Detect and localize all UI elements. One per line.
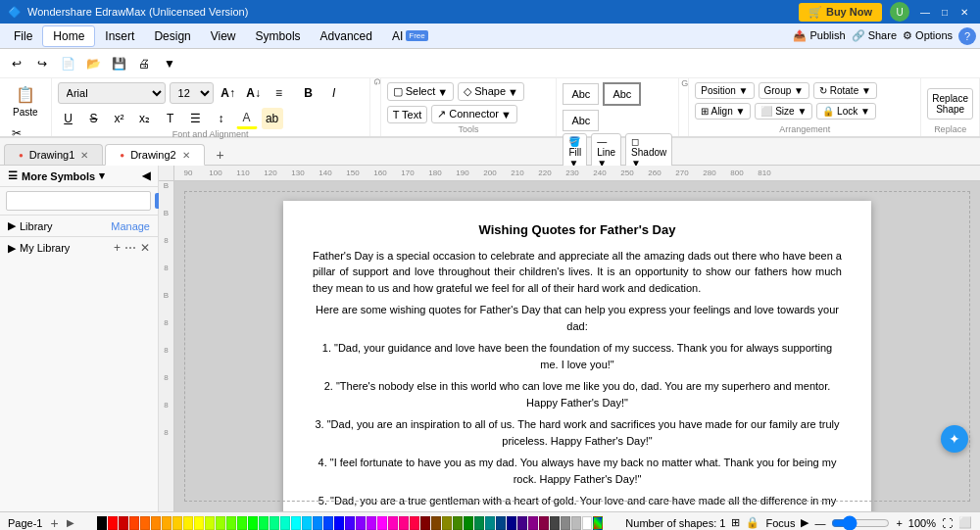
color-red[interactable] xyxy=(108,516,118,530)
menu-symbols[interactable]: Symbols xyxy=(246,26,311,46)
close-button[interactable]: ✕ xyxy=(956,4,972,20)
color-dark9[interactable] xyxy=(507,516,516,530)
undo-button[interactable]: ↩ xyxy=(6,53,27,74)
line-spacing-button[interactable]: ↕ xyxy=(211,108,232,129)
italic-button[interactable]: I xyxy=(323,82,345,104)
publish-button[interactable]: 📤 Publish xyxy=(793,29,845,42)
lock-dropdown[interactable]: 🔒 Lock ▼ xyxy=(816,103,876,120)
color-orange4[interactable] xyxy=(162,516,172,530)
menu-advanced[interactable]: Advanced xyxy=(311,26,382,46)
search-input[interactable] xyxy=(6,191,151,211)
font-shrink-button[interactable]: A↓ xyxy=(243,82,265,104)
color-dark7[interactable] xyxy=(485,516,495,530)
add-tab-button[interactable]: + xyxy=(211,145,230,165)
style-box-2[interactable]: Abc xyxy=(603,82,641,106)
color-pink2[interactable] xyxy=(410,516,419,530)
add-library-icon[interactable]: + xyxy=(114,241,121,255)
menu-view[interactable]: View xyxy=(201,26,246,46)
font-grow-button[interactable]: A↑ xyxy=(218,82,239,104)
select-dropdown[interactable]: ▢ Select▼ xyxy=(387,82,455,101)
color-dark3[interactable] xyxy=(442,516,452,530)
paste-button[interactable]: 📋 Paste xyxy=(6,82,45,120)
tab-drawing1[interactable]: ● Drawing1 ✕ xyxy=(4,144,103,165)
menu-ai[interactable]: AI Free xyxy=(382,26,438,46)
share-button[interactable]: 🔗 Share xyxy=(852,29,897,42)
color-green2[interactable] xyxy=(248,516,258,530)
color-pink1[interactable] xyxy=(399,516,409,530)
font-color-button[interactable]: A xyxy=(236,108,258,129)
style-box-3[interactable]: Abc xyxy=(563,110,599,131)
style-box-1[interactable]: Abc xyxy=(563,83,599,105)
widescreen-button[interactable]: ⬜ xyxy=(958,516,972,529)
rotate-dropdown[interactable]: ↻ Rotate ▼ xyxy=(813,82,877,99)
color-cyan1[interactable] xyxy=(291,516,301,530)
color-teal2[interactable] xyxy=(270,516,279,530)
page-nav-button[interactable]: ▶ xyxy=(67,517,74,528)
size-dropdown[interactable]: ⬜ Size ▼ xyxy=(755,103,812,120)
color-gray3[interactable] xyxy=(571,516,581,530)
fab-button[interactable]: ✦ xyxy=(941,425,968,453)
color-violet2[interactable] xyxy=(356,516,366,530)
list-button[interactable]: ☰ xyxy=(185,108,207,129)
manage-link[interactable]: Manage xyxy=(111,220,150,232)
color-dark5[interactable] xyxy=(464,516,473,530)
color-violet1[interactable] xyxy=(345,516,355,530)
align-dropdown[interactable]: ⊞ Align ▼ xyxy=(695,103,751,120)
canvas[interactable]: Wishing Quotes for Father's Day Father's… xyxy=(174,181,980,511)
connector-dropdown[interactable]: ↗ Connector▼ xyxy=(431,105,517,123)
menu-design[interactable]: Design xyxy=(144,26,200,46)
color-dark6[interactable] xyxy=(474,516,484,530)
color-orange3[interactable] xyxy=(151,516,161,530)
color-gray2[interactable] xyxy=(561,516,570,530)
open-button[interactable]: 📂 xyxy=(82,53,104,74)
underline-button[interactable]: U xyxy=(58,108,79,129)
color-black[interactable] xyxy=(97,516,107,530)
zoom-slider[interactable] xyxy=(831,515,890,531)
add-page-button[interactable]: + xyxy=(50,515,58,531)
subscript-button[interactable]: x₂ xyxy=(134,108,156,129)
library-expand-icon[interactable]: ▶ xyxy=(8,219,16,232)
color-dark8[interactable] xyxy=(496,516,506,530)
font-family-select[interactable]: Arial Times New Roman Calibri xyxy=(58,82,166,104)
color-orange1[interactable] xyxy=(129,516,139,530)
color-violet3[interactable] xyxy=(367,516,376,530)
new-button[interactable]: 📄 xyxy=(57,53,78,74)
color-green1[interactable] xyxy=(237,516,247,530)
color-dark1[interactable] xyxy=(420,516,430,530)
color-blue2[interactable] xyxy=(323,516,333,530)
play-button[interactable]: ▶ xyxy=(801,516,808,529)
highlight-button[interactable]: ab xyxy=(262,108,283,129)
color-dark4[interactable] xyxy=(453,516,463,530)
zoom-lock-button[interactable]: 🔒 xyxy=(746,516,760,529)
color-dark10[interactable] xyxy=(517,516,527,530)
color-gray1[interactable] xyxy=(550,516,560,530)
color-lime2[interactable] xyxy=(216,516,225,530)
buy-now-button[interactable]: 🛒 Buy Now xyxy=(799,3,882,22)
menu-file[interactable]: File xyxy=(4,26,42,46)
color-yellow2[interactable] xyxy=(183,516,193,530)
close-library-icon[interactable]: ✕ xyxy=(140,241,150,255)
color-blue3[interactable] xyxy=(334,516,344,530)
position-dropdown[interactable]: Position ▼ xyxy=(695,82,754,99)
color-more[interactable] xyxy=(593,516,603,530)
tab-drawing2[interactable]: ● Drawing2 ✕ xyxy=(105,144,204,166)
more-library-icon[interactable]: ⋯ xyxy=(124,241,136,255)
quick-print[interactable]: 🖨 xyxy=(133,53,155,74)
zoom-out-button[interactable]: — xyxy=(814,517,825,529)
shape-dropdown[interactable]: ◇ Shape▼ xyxy=(458,82,524,101)
replace-shape-button[interactable]: ReplaceShape xyxy=(927,88,973,120)
cut-button[interactable]: ✂ xyxy=(6,122,27,144)
panel-collapse-button[interactable]: ◀ xyxy=(142,169,150,182)
color-blue1[interactable] xyxy=(313,516,322,530)
color-cyan2[interactable] xyxy=(302,516,312,530)
panel-dropdown-icon[interactable]: ▾ xyxy=(99,169,105,182)
maximize-button[interactable]: □ xyxy=(937,4,953,20)
align-button[interactable]: ≡ xyxy=(269,82,290,104)
superscript-button[interactable]: x² xyxy=(109,108,130,129)
bold-button[interactable]: B xyxy=(298,82,319,104)
color-teal3[interactable] xyxy=(280,516,290,530)
fullscreen-button[interactable]: ⛶ xyxy=(942,517,953,529)
color-lime1[interactable] xyxy=(205,516,215,530)
color-dark12[interactable] xyxy=(539,516,549,530)
group-dropdown[interactable]: Group ▼ xyxy=(759,82,809,99)
